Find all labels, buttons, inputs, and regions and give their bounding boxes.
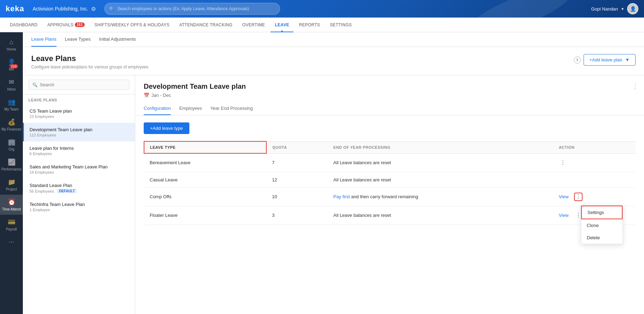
leave-type-name: Floater Leave xyxy=(144,206,266,225)
global-search[interactable]: 🔍 xyxy=(104,3,280,15)
list-item[interactable]: Development Team Leave plan 112 Employee… xyxy=(23,123,135,141)
plan-meta: 23 Employees xyxy=(30,114,129,119)
action-dots[interactable]: ⋮ xyxy=(559,159,567,167)
search-icon: 🔍 xyxy=(32,82,38,87)
plan-meta: 1 Employee xyxy=(30,208,129,212)
payroll-icon: 💳 xyxy=(8,218,15,226)
right-panel-title: Development Team Leave plan xyxy=(144,82,636,91)
default-badge: DEFAULT xyxy=(57,189,77,193)
page-header-right: ℹ +Add leave plan ▼ xyxy=(574,54,636,66)
company-name: Activision Publishing, Inc. xyxy=(33,6,88,12)
dropdown-item-clone[interactable]: Clone xyxy=(581,219,623,232)
add-leave-plan-button[interactable]: +Add leave plan ▼ xyxy=(584,54,636,66)
sidebar-item-label: Time Attend xyxy=(2,207,21,211)
nav-dashboard[interactable]: DASHBOARD xyxy=(6,18,42,32)
nav-overtime[interactable]: OVERTIME xyxy=(238,18,269,32)
list-item[interactable]: TechInfra Team Leave Plan 1 Employee xyxy=(23,198,135,216)
inbox-icon: ✉ xyxy=(9,78,14,86)
right-panel-tabs: Configuration Employees Year End Process… xyxy=(144,102,636,115)
leave-action xyxy=(553,172,636,187)
tab-leave-types[interactable]: Leave Types xyxy=(65,32,91,47)
nav-settings[interactable]: SETTINGS xyxy=(326,18,356,32)
sidebar: ⌂ Home 👤 Me ✉ Inbox 219 👥 My Team 💰 My F… xyxy=(0,32,23,314)
add-leave-type-button[interactable]: +Add leave type xyxy=(144,122,189,134)
gear-icon[interactable]: ⚙ xyxy=(91,6,96,12)
nav-attendance[interactable]: ATTENDANCE TRACKING xyxy=(175,18,236,32)
tab-configuration[interactable]: Configuration xyxy=(144,102,171,115)
avatar[interactable]: 👤 xyxy=(627,3,638,14)
leave-types-table: LEAVE TYPE QUOTA END OF YEAR PROCESSING … xyxy=(144,141,636,225)
dropdown-item-settings[interactable]: Settings xyxy=(581,206,623,219)
list-item[interactable]: Standard Leave Plan 56 Employees DEFAULT xyxy=(23,179,135,198)
nav-approvals[interactable]: APPROVALS 161 xyxy=(43,18,89,32)
list-item[interactable]: Sales and Marketing Team Leave Plan 19 E… xyxy=(23,160,135,179)
options-icon[interactable]: ⋮ xyxy=(632,82,638,90)
plan-name: TechInfra Team Leave Plan xyxy=(30,202,129,207)
sidebar-item-home[interactable]: ⌂ Home xyxy=(0,35,23,55)
performance-icon: 📈 xyxy=(8,158,15,166)
leave-quota: 3 xyxy=(266,206,328,225)
action-dots-highlighted[interactable]: ⋮ xyxy=(574,193,583,201)
tab-employees[interactable]: Employees xyxy=(179,102,202,115)
tab-leave-plans[interactable]: Leave Plans xyxy=(31,32,57,47)
search-input[interactable] xyxy=(117,6,275,11)
sidebar-item-label: My Finances xyxy=(1,127,21,131)
leave-end-of-year: All Leave balances are reset xyxy=(328,172,553,187)
action-cell: View ⋮ xyxy=(559,193,630,201)
left-panel-search: 🔍 xyxy=(23,75,135,94)
top-navigation: keka Activision Publishing, Inc. ⚙ 🔍 Gop… xyxy=(0,0,644,18)
tabs-bar: Leave Plans Leave Types Initial Adjustme… xyxy=(23,32,644,47)
list-item[interactable]: Leave plan for Interns 6 Employees xyxy=(23,141,135,160)
plan-meta: 6 Employees xyxy=(30,152,129,156)
sidebar-item-project[interactable]: 📁 Project xyxy=(0,175,23,195)
plan-search[interactable]: 🔍 xyxy=(28,80,129,90)
sidebar-item-label: Inbox xyxy=(7,87,15,91)
sidebar-item-performance[interactable]: 📈 Performance xyxy=(0,155,23,175)
sidebar-item-inbox[interactable]: ✉ Inbox xyxy=(0,75,23,95)
leave-type-name: Casual Leave xyxy=(144,172,266,187)
plan-name: Development Team Leave plan xyxy=(30,127,129,132)
tab-year-end-processing[interactable]: Year End Processing xyxy=(210,102,253,115)
sidebar-item-myteam[interactable]: 👥 My Team xyxy=(0,95,23,115)
page-header-left: Leave Plans Configure leave policies/pla… xyxy=(31,54,149,69)
view-link[interactable]: View xyxy=(559,213,568,218)
leave-quota: 10 xyxy=(266,187,328,206)
plan-search-input[interactable] xyxy=(40,82,125,87)
nav-shifts[interactable]: SHIFTS/WEEKLY OFFS & HOLIDAYS xyxy=(90,18,174,32)
leave-end-of-year: Pay first and then carry forward remaini… xyxy=(328,187,553,206)
logo[interactable]: keka xyxy=(6,4,24,13)
view-link[interactable]: View xyxy=(559,194,568,199)
sidebar-item-finances[interactable]: 💰 My Finances xyxy=(0,115,23,135)
col-action: ACTION xyxy=(553,141,636,153)
leave-action: View ⋮ xyxy=(553,187,636,206)
leave-type-name: Comp Offs xyxy=(144,187,266,206)
nav-leave[interactable]: LEAVE ▲ xyxy=(271,18,293,32)
page-header: Leave Plans Configure leave policies/pla… xyxy=(23,47,644,75)
dropdown-item-delete[interactable]: Delete xyxy=(581,232,623,244)
right-panel-body: +Add leave type LEAVE TYPE QUOTA END OF … xyxy=(135,115,644,232)
split-layout: 🔍 LEAVE PLANS CS Team Leave plan 23 Empl… xyxy=(23,75,644,314)
tab-initial-adjustments[interactable]: Initial Adjustments xyxy=(99,32,136,47)
leave-action: ⋮ xyxy=(553,153,636,172)
logo-text: keka xyxy=(6,4,24,13)
myteam-icon: 👥 xyxy=(8,98,15,106)
plan-name: CS Team Leave plan xyxy=(30,108,129,114)
table-row: Bereavement Leave 7 All Leave balances a… xyxy=(144,153,636,172)
sidebar-item-label: Payroll xyxy=(6,227,17,231)
col-leave-type: LEAVE TYPE xyxy=(144,141,266,153)
finances-icon: 💰 xyxy=(8,118,15,126)
sidebar-item-more[interactable]: ··· xyxy=(0,235,23,249)
sidebar-item-org[interactable]: 🏢 Org xyxy=(0,135,23,155)
chevron-down-icon: ▼ xyxy=(625,57,630,62)
col-end-of-year: END OF YEAR PROCESSING xyxy=(328,141,553,153)
sidebar-item-payroll[interactable]: 💳 Payroll xyxy=(0,215,23,235)
plan-name: Sales and Marketing Team Leave Plan xyxy=(30,164,129,169)
org-icon: 🏢 xyxy=(8,138,15,146)
leave-end-of-year: All Leave balances are reset xyxy=(328,206,553,225)
sidebar-item-timeattend[interactable]: ⏰ Time Attend xyxy=(0,195,23,215)
info-icon[interactable]: ℹ xyxy=(574,56,581,64)
left-panel: 🔍 LEAVE PLANS CS Team Leave plan 23 Empl… xyxy=(23,75,135,314)
list-item[interactable]: CS Team Leave plan 23 Employees xyxy=(23,104,135,123)
nav-reports[interactable]: REPORTS xyxy=(295,18,324,32)
home-icon: ⌂ xyxy=(9,39,13,46)
